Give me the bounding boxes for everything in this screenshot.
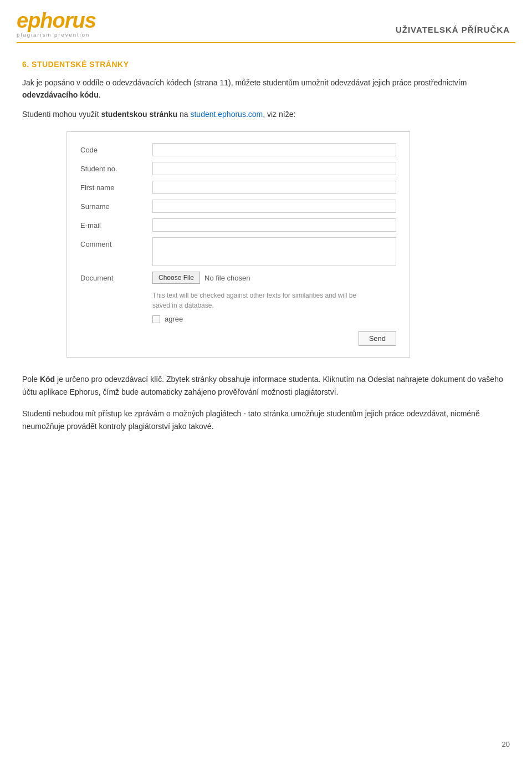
send-button[interactable]: Send: [359, 331, 396, 346]
input-student-no[interactable]: [152, 162, 396, 175]
logo-tagline: plagiarism prevention: [17, 32, 96, 38]
ephorus-link[interactable]: student.ephorus.com: [190, 110, 263, 119]
section-title: 6. STUDENTSKÉ STRÁNKY: [22, 60, 510, 69]
intro-paragraph-1: Jak je popsáno v oddíle o odevzdávacích …: [22, 76, 510, 101]
input-comment[interactable]: [152, 237, 396, 266]
form-row-comment: Comment: [80, 237, 396, 266]
label-document: Document: [80, 274, 152, 282]
label-surname: Surname: [80, 200, 152, 211]
label-comment: Comment: [80, 237, 152, 248]
intro-paragraph-2: Studenti mohou využít studentskou stránk…: [22, 108, 510, 120]
no-file-text: No file chosen: [204, 274, 250, 282]
input-surname[interactable]: [152, 200, 396, 213]
label-email: E-mail: [80, 218, 152, 230]
agree-checkbox[interactable]: [152, 315, 160, 323]
label-student-no: Student no.: [80, 162, 152, 173]
input-email[interactable]: [152, 218, 396, 232]
document-title: UŽIVATELSKÁ PŘÍRUČKA: [396, 25, 510, 38]
label-code: Code: [80, 143, 152, 154]
header: ephorus plagiarism prevention UŽIVATELSK…: [0, 0, 532, 38]
agree-row: agree: [152, 315, 396, 323]
body-paragraph-1: Pole Kód je určeno pro odevzdávací klíč.…: [22, 373, 510, 399]
disclaimer-text: This text will be checked against other …: [152, 290, 363, 310]
form-row-document: Document Choose File No file chosen: [80, 272, 396, 284]
logo-wordmark: ephorus: [17, 10, 96, 31]
agree-label: agree: [165, 315, 183, 323]
label-first-name: First name: [80, 181, 152, 192]
send-row: Send: [80, 331, 396, 346]
student-form-card: Code Student no. First name Surname E-ma…: [66, 131, 410, 358]
form-row-email: E-mail: [80, 218, 396, 232]
form-row-first-name: First name: [80, 181, 396, 194]
input-code[interactable]: [152, 143, 396, 156]
form-row-code: Code: [80, 143, 396, 156]
logo: ephorus plagiarism prevention: [17, 10, 96, 38]
input-first-name[interactable]: [152, 181, 396, 194]
body-paragraph-2: Studenti nebudou mít přístup ke zprávám …: [22, 407, 510, 433]
form-row-student-no: Student no.: [80, 162, 396, 175]
form-row-surname: Surname: [80, 200, 396, 213]
choose-file-button[interactable]: Choose File: [152, 272, 200, 284]
page-number: 20: [502, 740, 510, 748]
main-content: 6. STUDENTSKÉ STRÁNKY Jak je popsáno v o…: [0, 43, 532, 465]
